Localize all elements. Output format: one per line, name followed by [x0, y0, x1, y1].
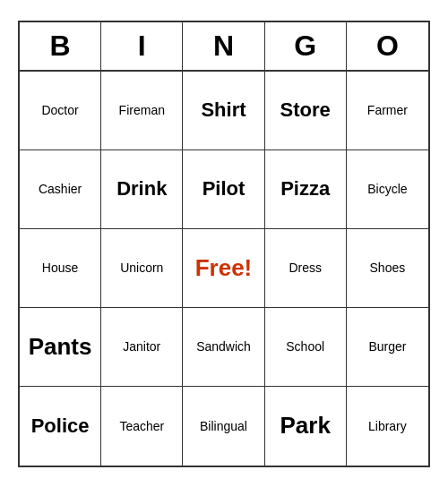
bingo-cell: Store — [265, 72, 347, 150]
cell-text: Drink — [116, 177, 167, 201]
bingo-cell: School — [265, 308, 347, 387]
bingo-cell: Farmer — [347, 72, 428, 150]
header-letter: I — [101, 22, 183, 70]
cell-text: School — [286, 339, 324, 354]
cell-text: Pants — [29, 333, 92, 361]
cell-text: Library — [368, 419, 407, 433]
bingo-cell: Cashier — [20, 150, 101, 229]
cell-text: Pizza — [280, 177, 330, 201]
bingo-cell: Library — [347, 387, 428, 466]
bingo-cell: Park — [265, 387, 347, 466]
bingo-cell: Burger — [347, 308, 428, 387]
cell-text: Police — [31, 414, 90, 438]
bingo-cell: Dress — [265, 229, 347, 308]
cell-text: Teacher — [119, 419, 164, 433]
cell-text: Janitor — [123, 339, 160, 354]
bingo-cell: Shirt — [183, 72, 264, 150]
bingo-cell: Pants — [20, 308, 101, 387]
bingo-grid: DoctorFiremanShirtStoreFarmerCashierDrin… — [20, 72, 428, 466]
bingo-cell: Doctor — [20, 72, 101, 150]
cell-text: Fireman — [119, 103, 165, 117]
cell-text: Store — [280, 98, 331, 122]
cell-text: Shirt — [201, 98, 246, 122]
cell-text: Shoes — [370, 261, 406, 275]
cell-text: House — [42, 261, 78, 275]
bingo-cell: Bilingual — [183, 387, 264, 466]
cell-text: Cashier — [39, 182, 82, 196]
bingo-cell: House — [20, 229, 101, 308]
bingo-cell: Unicorn — [101, 229, 183, 308]
bingo-header: BINGO — [20, 22, 428, 72]
bingo-cell: Shoes — [347, 229, 428, 308]
cell-text: Sandwich — [196, 339, 251, 354]
cell-text: Doctor — [41, 103, 78, 117]
bingo-cell: Pizza — [265, 150, 347, 229]
bingo-cell: Police — [20, 387, 101, 466]
header-letter: G — [265, 22, 347, 70]
header-letter: B — [20, 22, 101, 70]
bingo-cell: Free! — [183, 229, 264, 308]
bingo-card: BINGO DoctorFiremanShirtStoreFarmerCashi… — [18, 21, 430, 467]
cell-text: Bicycle — [367, 182, 407, 196]
bingo-cell: Janitor — [101, 308, 183, 387]
bingo-cell: Fireman — [101, 72, 183, 150]
header-letter: O — [347, 22, 428, 70]
header-letter: N — [183, 22, 264, 70]
cell-text: Dress — [289, 261, 322, 275]
cell-text: Free! — [195, 254, 253, 282]
bingo-cell: Bicycle — [347, 150, 428, 229]
bingo-cell: Sandwich — [183, 308, 264, 387]
cell-text: Park — [280, 412, 331, 440]
bingo-cell: Teacher — [101, 387, 183, 466]
cell-text: Unicorn — [120, 261, 163, 275]
bingo-cell: Drink — [101, 150, 183, 229]
cell-text: Bilingual — [200, 419, 247, 433]
cell-text: Pilot — [202, 177, 246, 201]
bingo-cell: Pilot — [183, 150, 264, 229]
cell-text: Burger — [368, 339, 406, 354]
cell-text: Farmer — [367, 103, 408, 117]
